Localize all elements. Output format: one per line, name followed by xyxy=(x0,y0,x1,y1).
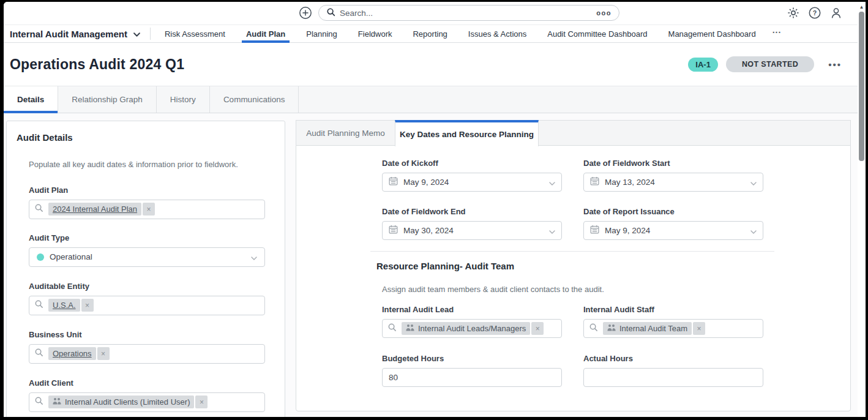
search-options-icon[interactable]: ooo xyxy=(596,9,612,17)
selected-chip: Operations × xyxy=(48,347,110,360)
nav-tab-planning[interactable]: Planning xyxy=(296,25,348,42)
content-area: Audit Details Populate all key audit dat… xyxy=(4,113,858,417)
scroll-up-icon[interactable]: ▲ xyxy=(858,2,866,10)
nav-tab-risk-assessment[interactable]: Risk Assessment xyxy=(154,25,236,42)
date-of-kickoff-input[interactable]: May 9, 2024 xyxy=(382,173,562,192)
calendar-icon xyxy=(389,176,398,188)
actual-hours-input[interactable] xyxy=(583,368,763,387)
global-search[interactable]: ooo xyxy=(318,5,619,21)
audit-client-input[interactable]: Internal Audit Clients (Limited User) × xyxy=(29,392,265,412)
business-unit-input[interactable]: Operations × xyxy=(29,344,265,364)
field-label-actual-hours: Actual Hours xyxy=(583,354,763,363)
field-label-internal-audit-staff: Internal Audit Staff xyxy=(583,305,763,314)
scrollbar-thumb[interactable] xyxy=(859,12,864,161)
user-group-icon xyxy=(406,324,414,333)
page-title: Operations Audit 2024 Q1 xyxy=(10,56,184,73)
chip-link[interactable]: Operations xyxy=(53,349,92,358)
chevron-down-icon xyxy=(549,225,555,236)
field-label-date-of-kickoff: Date of Kickoff xyxy=(382,159,562,168)
audit-type-select[interactable]: Operational xyxy=(29,247,265,267)
section-description: Assign audit team members & audit client… xyxy=(382,285,850,294)
section-heading: Resource Planning- Audit Team xyxy=(376,261,850,271)
nav-bar: Internal Audit Management Risk Assessmen… xyxy=(4,24,858,43)
nav-tab-audit-committee-dashboard[interactable]: Audit Committee Dashboard xyxy=(537,25,657,42)
scrollbar[interactable]: ▲ xyxy=(858,2,866,417)
option-color-dot xyxy=(37,253,44,261)
search-input[interactable] xyxy=(340,9,592,18)
remove-chip-icon[interactable]: × xyxy=(143,203,155,216)
chevron-down-icon xyxy=(750,225,757,236)
field-label-audit-type: Audit Type xyxy=(29,233,265,242)
help-icon[interactable]: ? xyxy=(808,6,821,20)
date-value: May 9, 2024 xyxy=(605,226,650,235)
search-icon xyxy=(34,203,43,215)
remove-chip-icon[interactable]: × xyxy=(81,299,94,312)
budgeted-hours-input[interactable] xyxy=(382,368,562,387)
card-description: Populate all key audit dates & informati… xyxy=(29,159,265,170)
card-heading: Audit Details xyxy=(17,132,285,143)
record-tab-bar: Details Relationship Graph History Commu… xyxy=(4,86,858,113)
tab-details[interactable]: Details xyxy=(4,86,58,113)
tab-history[interactable]: History xyxy=(157,86,210,113)
chevron-down-icon xyxy=(251,252,257,263)
create-icon[interactable] xyxy=(299,6,312,20)
selected-chip: U.S.A. × xyxy=(48,299,94,312)
date-of-report-issuance-input[interactable]: May 9, 2024 xyxy=(583,221,763,240)
field-label-business-unit: Business Unit xyxy=(29,330,265,339)
search-icon xyxy=(34,348,43,359)
key-dates-card: Date of Kickoff May 9, 2024 Date xyxy=(296,145,851,411)
chevron-down-icon xyxy=(133,28,140,39)
remove-chip-icon[interactable]: × xyxy=(693,322,705,335)
tab-communications[interactable]: Communications xyxy=(210,86,299,113)
search-icon xyxy=(34,396,43,408)
auditable-entity-input[interactable]: U.S.A. × xyxy=(29,296,265,315)
chip-link[interactable]: U.S.A. xyxy=(53,301,76,310)
calendar-icon xyxy=(389,225,398,236)
chip-label: Internal Audit Team xyxy=(619,324,687,333)
planning-panel: Audit Planning Memo Key Dates and Resour… xyxy=(296,120,851,411)
top-bar: ooo ? xyxy=(4,2,858,24)
user-group-icon xyxy=(607,324,616,333)
tab-relationship-graph[interactable]: Relationship Graph xyxy=(58,86,157,113)
chip-label: Internal Audit Clients (Limited User) xyxy=(65,397,190,407)
user-profile-icon[interactable] xyxy=(829,6,843,20)
tab-audit-planning-memo[interactable]: Audit Planning Memo xyxy=(296,121,395,145)
field-label-budgeted-hours: Budgeted Hours xyxy=(382,354,562,363)
search-icon xyxy=(34,299,43,311)
remove-chip-icon[interactable]: × xyxy=(97,347,110,360)
chevron-down-icon xyxy=(549,177,555,188)
date-value: May 9, 2024 xyxy=(403,178,449,187)
selected-option: Operational xyxy=(50,252,92,261)
nav-tab-reporting[interactable]: Reporting xyxy=(402,25,457,42)
field-label-internal-audit-lead: Internal Audit Lead xyxy=(382,305,562,314)
field-label-auditable-entity: Auditable Entity xyxy=(29,282,265,291)
chip-link[interactable]: 2024 Internal Audit Plan xyxy=(53,204,137,214)
nav-tab-management-dashboard[interactable]: Management Dashboard xyxy=(658,25,766,42)
search-icon xyxy=(589,323,598,334)
date-of-fieldwork-start-input[interactable]: May 13, 2024 xyxy=(583,173,763,192)
internal-audit-staff-input[interactable]: Internal Audit Team × xyxy=(583,319,763,338)
date-of-fieldwork-end-input[interactable]: May 30, 2024 xyxy=(382,221,562,240)
field-label-date-of-fieldwork-start: Date of Fieldwork Start xyxy=(583,159,763,168)
calendar-icon xyxy=(590,176,599,188)
record-header: Operations Audit 2024 Q1 IA-1 NOT STARTE… xyxy=(4,43,858,86)
calendar-icon xyxy=(590,225,599,236)
nav-more-icon[interactable]: ... xyxy=(766,25,788,42)
divider xyxy=(150,28,151,40)
remove-chip-icon[interactable]: × xyxy=(531,322,544,335)
audit-plan-input[interactable]: 2024 Internal Audit Plan × xyxy=(29,200,265,219)
field-label-audit-client: Audit Client xyxy=(29,378,265,388)
audit-details-card: Audit Details Populate all key audit dat… xyxy=(6,121,285,417)
nav-tab-fieldwork[interactable]: Fieldwork xyxy=(348,25,403,42)
remove-chip-icon[interactable]: × xyxy=(195,396,208,408)
nav-tab-audit-plan[interactable]: Audit Plan xyxy=(236,25,296,42)
app-switcher[interactable]: Internal Audit Management xyxy=(4,28,146,39)
app-window: ooo ? Internal Audit Management Risk Ass… xyxy=(4,2,866,417)
tab-key-dates-resource-planning[interactable]: Key Dates and Resource Planning xyxy=(395,120,539,146)
svg-text:?: ? xyxy=(813,9,817,17)
nav-tab-issues-actions[interactable]: Issues & Actions xyxy=(458,25,537,42)
gear-icon[interactable] xyxy=(787,6,800,20)
internal-audit-lead-input[interactable]: Internal Audit Leads/Managers × xyxy=(382,319,562,338)
date-value: May 30, 2024 xyxy=(403,226,454,235)
record-menu-icon[interactable]: ••• xyxy=(822,59,842,70)
